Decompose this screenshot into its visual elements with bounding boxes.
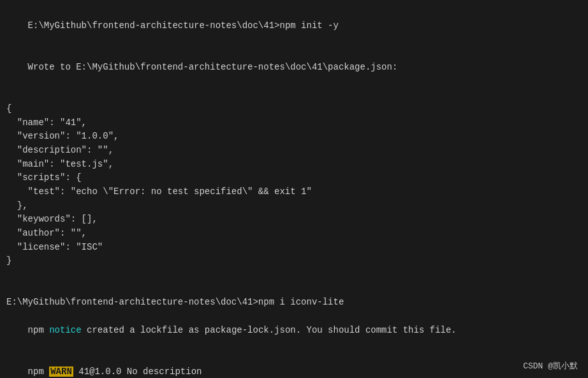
line-close-brace: } <box>6 254 582 268</box>
line-test: "test": "echo \"Error: no test specified… <box>6 185 582 199</box>
line-scripts-close: }, <box>6 199 582 213</box>
line-main: "main": "test.js", <box>6 158 582 172</box>
line-notice: npm notice created a lockfile as package… <box>6 310 582 351</box>
blank1 <box>6 88 582 102</box>
line-wrote: Wrote to E:\MyGithub\frontend-architectu… <box>6 47 582 88</box>
blank2 <box>6 268 582 282</box>
cmd1-text: E:\MyGithub\frontend-architecture-notes\… <box>28 20 339 31</box>
warn1-badge: WARN <box>49 367 73 377</box>
notice-text: created a lockfile as package-lock.json.… <box>82 325 457 335</box>
warn1-npm: npm <box>28 367 50 377</box>
line-description: "description": "", <box>6 144 582 158</box>
notice-keyword: notice <box>49 325 81 335</box>
line-version: "version": "1.0.0", <box>6 130 582 144</box>
watermark: CSDN @凯小默 <box>523 360 578 372</box>
line-cmd2: E:\MyGithub\frontend-architecture-notes\… <box>6 296 582 310</box>
line-author: "author": "", <box>6 227 582 241</box>
line-open-brace: { <box>6 102 582 116</box>
line-name: "name": "41", <box>6 116 582 130</box>
line-cmd1: E:\MyGithub\frontend-architecture-notes\… <box>6 5 582 47</box>
line-keywords: "keywords": [], <box>6 213 582 227</box>
terminal-window: E:\MyGithub\frontend-architecture-notes\… <box>0 0 588 378</box>
notice-npm: npm <box>28 325 50 335</box>
line-warn1: npm WARN 41@1.0.0 No description <box>6 351 582 378</box>
wrote-text: Wrote to E:\MyGithub\frontend-architectu… <box>28 62 398 72</box>
line-scripts: "scripts": { <box>6 171 582 185</box>
warn1-text: 41@1.0.0 No description <box>73 367 202 377</box>
blank3 <box>6 282 582 296</box>
line-license: "license": "ISC" <box>6 241 582 255</box>
